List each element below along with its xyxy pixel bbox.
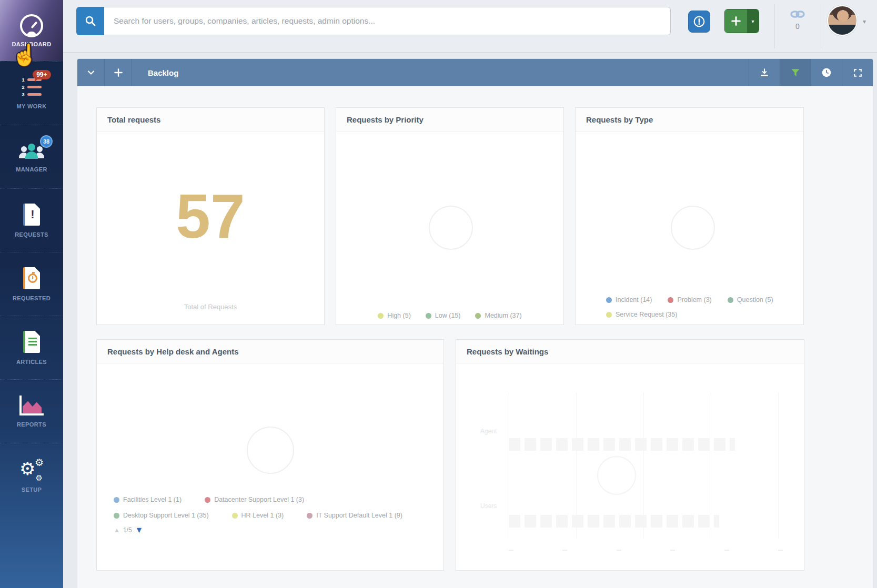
sidebar-item-label: MY WORK — [17, 103, 47, 109]
user-avatar[interactable] — [827, 5, 858, 36]
widget-requests-by-priority: Requests by Priority High (5) Low (15) M… — [336, 107, 564, 325]
area-chart-icon — [19, 396, 44, 415]
filter-button[interactable] — [780, 59, 811, 86]
dashboard-gauge-icon — [20, 14, 43, 37]
sidebar-item-label: REQUESTED — [13, 295, 51, 301]
legend-dot — [668, 297, 673, 303]
download-button[interactable] — [749, 59, 780, 86]
sidebar-item-manager[interactable]: 38 MANAGER — [0, 125, 63, 188]
legend-item[interactable]: Incident (14) — [606, 296, 652, 303]
manager-count-badge: 38 — [40, 135, 53, 148]
chart-legend: Facilities Level 1 (1) Datacenter Suppor… — [114, 496, 402, 535]
app-window: DASHBOARD ☝ 1 2 3 99+ MY WORK — [0, 0, 877, 588]
user-menu-caret-icon[interactable]: ▾ — [863, 18, 866, 25]
search-input[interactable] — [104, 7, 671, 35]
sidebar-item-dashboard[interactable]: DASHBOARD ☝ — [0, 0, 63, 61]
widget-header-bar: Backlog — [77, 59, 873, 86]
search-button[interactable] — [76, 7, 104, 35]
sidebar-item-label: REQUESTS — [15, 231, 48, 238]
loading-spinner — [429, 206, 473, 250]
expand-icon — [853, 68, 863, 78]
legend-dot — [307, 513, 313, 519]
sidebar-item-requested[interactable]: REQUESTED — [0, 252, 63, 316]
article-document-icon — [23, 331, 40, 353]
legend-item[interactable]: Problem (3) — [668, 296, 711, 303]
legend-item[interactable]: Medium (37) — [475, 312, 521, 319]
widget-requests-by-waitings: Requests by Waitings Agent Users — [456, 339, 804, 571]
bar-placeholder — [509, 515, 719, 528]
widget-title: Requests by Help desk and Agents — [97, 340, 443, 363]
legend-dot — [232, 513, 238, 519]
sidebar-item-setup[interactable]: ⚙⚙⚙ SETUP — [0, 443, 63, 506]
fullscreen-button[interactable] — [842, 59, 873, 86]
sidebar-item-reports[interactable]: REPORTS — [0, 379, 63, 443]
sidebar-item-my-work[interactable]: 1 2 3 99+ MY WORK — [0, 61, 63, 125]
legend-dot — [378, 313, 384, 319]
legend-item[interactable]: IT Support Default Level 1 (9) — [307, 512, 402, 519]
history-button[interactable] — [811, 59, 842, 86]
plus-icon — [113, 67, 124, 78]
legend-item[interactable]: High (5) — [378, 312, 410, 319]
legend-item[interactable]: HR Level 1 (3) — [232, 512, 284, 519]
sidebar-item-requests[interactable]: ! REQUESTS — [0, 188, 63, 252]
legend-item[interactable]: Desktop Support Level 1 (35) — [114, 512, 209, 519]
chevron-down-icon — [86, 67, 96, 78]
y-axis-label: Agent — [480, 428, 497, 435]
widget-title: Requests by Priority — [336, 108, 563, 131]
requested-stopwatch-icon — [23, 267, 40, 289]
download-icon — [759, 67, 770, 78]
legend-item[interactable]: Service Request (35) — [606, 311, 677, 318]
dashboard-panel: Backlog Total re — [77, 58, 873, 588]
global-search — [76, 7, 671, 35]
legend-dot — [606, 297, 612, 303]
request-document-icon: ! — [23, 204, 40, 226]
widget-total-requests: Total requests 57 Total of Requests — [96, 107, 325, 325]
linked-items-counter[interactable]: 0 — [783, 9, 812, 31]
legend-item[interactable]: Low (15) — [426, 312, 461, 319]
sidebar: DASHBOARD ☝ 1 2 3 99+ MY WORK — [0, 0, 63, 588]
legend-pagination: ▲ 1/5 ▼ — [114, 525, 402, 535]
widget-title: Requests by Waitings — [456, 340, 804, 363]
bar-chart-loading: Agent Users — [456, 363, 804, 570]
filter-funnel-icon — [790, 67, 801, 78]
divider — [774, 4, 775, 48]
loading-spinner — [247, 427, 294, 474]
dashboard-title: Backlog — [132, 59, 178, 86]
alerts-button[interactable] — [688, 11, 710, 33]
x-axis-ticks — [509, 550, 783, 551]
legend-dot — [114, 513, 119, 519]
gears-icon: ⚙⚙⚙ — [19, 458, 44, 481]
sidebar-item-label: REPORTS — [17, 421, 46, 428]
loading-spinner — [671, 206, 715, 250]
sidebar-item-articles[interactable]: ARTICLES — [0, 316, 63, 379]
create-new-button[interactable]: ▾ — [724, 9, 759, 33]
sidebar-item-label: MANAGER — [16, 166, 47, 173]
legend-dot — [426, 313, 431, 319]
widget-title: Total requests — [97, 108, 324, 131]
collapse-widget-button[interactable] — [77, 59, 105, 86]
chart-legend: High (5) Low (15) Medium (37) — [336, 312, 563, 319]
chevron-down-icon[interactable]: ▾ — [747, 9, 759, 33]
legend-item[interactable]: Facilities Level 1 (1) — [114, 496, 182, 503]
widgets-area: Total requests 57 Total of Requests Requ… — [77, 86, 873, 571]
widget-requests-by-type: Requests by Type Incident (14) Problem (… — [575, 107, 804, 325]
alert-circle-icon — [692, 15, 706, 28]
chart-legend: Incident (14) Problem (3) Question (5) S… — [606, 296, 789, 318]
legend-item[interactable]: Datacenter Support Level 1 (3) — [205, 496, 304, 503]
chain-link-icon — [789, 9, 807, 19]
widget-requests-by-helpdesk: Requests by Help desk and Agents Facilit… — [96, 339, 444, 571]
add-widget-button[interactable] — [105, 59, 132, 86]
total-requests-caption: Total of Requests — [97, 303, 324, 311]
legend-dot — [475, 313, 481, 319]
top-bar: ▾ 0 ▾ — [63, 0, 877, 53]
bar-placeholder — [509, 438, 735, 451]
sidebar-item-label: ARTICLES — [16, 359, 47, 365]
legend-dot — [114, 497, 119, 503]
total-requests-value: 57 — [97, 180, 324, 252]
legend-dot — [205, 497, 210, 503]
page-indicator: 1/5 — [123, 526, 132, 534]
page-down-icon[interactable]: ▼ — [135, 525, 144, 535]
widget-title: Requests by Type — [576, 108, 803, 131]
legend-item[interactable]: Question (5) — [728, 296, 773, 303]
page-up-icon[interactable]: ▲ — [114, 526, 120, 534]
